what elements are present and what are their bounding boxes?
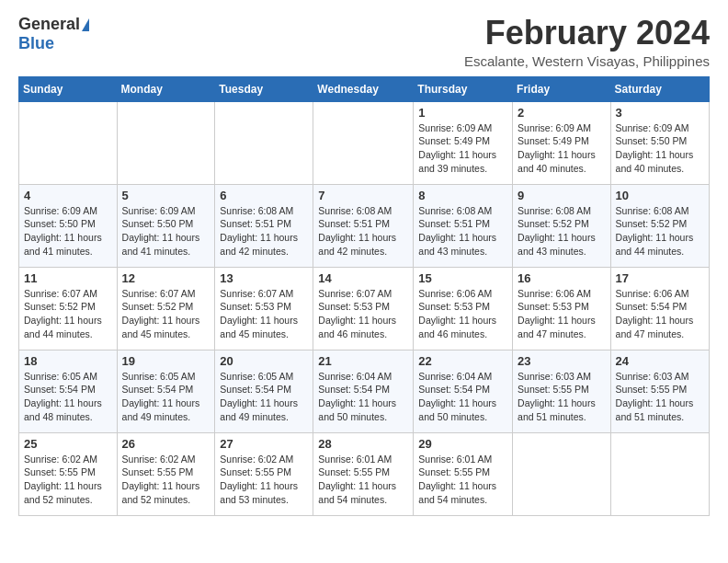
calendar-cell: 9Sunrise: 6:08 AMSunset: 5:52 PMDaylight…: [513, 184, 611, 267]
logo-blue: Blue: [18, 34, 54, 53]
day-number: 1: [418, 106, 507, 120]
calendar-cell: 20Sunrise: 6:05 AMSunset: 5:54 PMDayligh…: [215, 350, 313, 432]
day-info: Sunrise: 6:05 AMSunset: 5:54 PMDaylight:…: [220, 370, 308, 424]
calendar-week-row: 4Sunrise: 6:09 AMSunset: 5:50 PMDaylight…: [19, 184, 710, 267]
day-number: 22: [418, 354, 507, 368]
col-header-friday: Friday: [513, 76, 611, 101]
calendar-cell: 27Sunrise: 6:02 AMSunset: 5:55 PMDayligh…: [215, 432, 313, 515]
calendar-cell: 2Sunrise: 6:09 AMSunset: 5:49 PMDaylight…: [513, 101, 611, 184]
day-info: Sunrise: 6:07 AMSunset: 5:53 PMDaylight:…: [318, 287, 408, 341]
calendar-cell: 13Sunrise: 6:07 AMSunset: 5:53 PMDayligh…: [215, 267, 313, 350]
day-number: 11: [24, 271, 112, 285]
calendar-cell: [19, 101, 118, 184]
day-info: Sunrise: 6:04 AMSunset: 5:54 PMDaylight:…: [418, 370, 507, 424]
day-number: 2: [518, 106, 606, 120]
day-number: 12: [122, 271, 210, 285]
day-number: 9: [518, 189, 606, 202]
day-info: Sunrise: 6:07 AMSunset: 5:52 PMDaylight:…: [122, 287, 210, 341]
day-info: Sunrise: 6:02 AMSunset: 5:55 PMDaylight:…: [24, 453, 112, 507]
calendar-week-row: 18Sunrise: 6:05 AMSunset: 5:54 PMDayligh…: [19, 350, 710, 432]
calendar-cell: 11Sunrise: 6:07 AMSunset: 5:52 PMDayligh…: [19, 267, 118, 350]
day-number: 24: [616, 354, 704, 368]
day-number: 28: [318, 437, 408, 451]
day-number: 18: [24, 354, 112, 368]
col-header-wednesday: Wednesday: [313, 76, 414, 101]
day-info: Sunrise: 6:06 AMSunset: 5:53 PMDaylight:…: [418, 287, 507, 341]
day-info: Sunrise: 6:04 AMSunset: 5:54 PMDaylight:…: [318, 370, 408, 424]
day-info: Sunrise: 6:09 AMSunset: 5:50 PMDaylight:…: [24, 204, 112, 259]
calendar-cell: 6Sunrise: 6:08 AMSunset: 5:51 PMDaylight…: [215, 184, 313, 267]
day-info: Sunrise: 6:03 AMSunset: 5:55 PMDaylight:…: [616, 370, 704, 424]
day-info: Sunrise: 6:03 AMSunset: 5:55 PMDaylight:…: [518, 370, 606, 424]
calendar-cell: 8Sunrise: 6:08 AMSunset: 5:51 PMDaylight…: [414, 184, 513, 267]
day-info: Sunrise: 6:08 AMSunset: 5:51 PMDaylight:…: [418, 204, 507, 259]
day-info: Sunrise: 6:02 AMSunset: 5:55 PMDaylight:…: [122, 453, 210, 507]
day-info: Sunrise: 6:08 AMSunset: 5:51 PMDaylight:…: [318, 204, 408, 259]
calendar-cell: 18Sunrise: 6:05 AMSunset: 5:54 PMDayligh…: [19, 350, 118, 432]
calendar-cell: 26Sunrise: 6:02 AMSunset: 5:55 PMDayligh…: [117, 432, 215, 515]
col-header-tuesday: Tuesday: [215, 76, 313, 101]
calendar-cell: 24Sunrise: 6:03 AMSunset: 5:55 PMDayligh…: [610, 350, 709, 432]
calendar-table: SundayMondayTuesdayWednesdayThursdayFrid…: [18, 76, 710, 516]
calendar-cell: 4Sunrise: 6:09 AMSunset: 5:50 PMDaylight…: [19, 184, 118, 267]
day-number: 15: [418, 271, 507, 285]
day-number: 17: [616, 271, 704, 285]
calendar-cell: 25Sunrise: 6:02 AMSunset: 5:55 PMDayligh…: [19, 432, 118, 515]
day-number: 16: [518, 271, 606, 285]
day-info: Sunrise: 6:05 AMSunset: 5:54 PMDaylight:…: [24, 370, 112, 424]
day-number: 3: [616, 106, 704, 120]
day-info: Sunrise: 6:07 AMSunset: 5:53 PMDaylight:…: [220, 287, 308, 341]
col-header-sunday: Sunday: [19, 76, 118, 101]
day-number: 7: [318, 189, 408, 202]
day-info: Sunrise: 6:05 AMSunset: 5:54 PMDaylight:…: [122, 370, 210, 424]
day-number: 27: [220, 437, 308, 451]
calendar-cell: [513, 432, 611, 515]
day-number: 4: [24, 189, 112, 202]
calendar-cell: [215, 101, 313, 184]
logo: General Blue: [18, 15, 89, 53]
calendar-cell: 14Sunrise: 6:07 AMSunset: 5:53 PMDayligh…: [313, 267, 414, 350]
calendar-header-row: SundayMondayTuesdayWednesdayThursdayFrid…: [19, 76, 710, 101]
day-info: Sunrise: 6:08 AMSunset: 5:51 PMDaylight:…: [220, 204, 308, 259]
day-number: 8: [418, 189, 507, 202]
day-number: 10: [616, 189, 704, 202]
calendar-cell: 16Sunrise: 6:06 AMSunset: 5:53 PMDayligh…: [513, 267, 611, 350]
calendar-cell: 10Sunrise: 6:08 AMSunset: 5:52 PMDayligh…: [610, 184, 709, 267]
logo-triangle-icon: [82, 18, 89, 31]
day-number: 29: [418, 437, 507, 451]
day-info: Sunrise: 6:06 AMSunset: 5:54 PMDaylight:…: [616, 287, 704, 341]
col-header-monday: Monday: [117, 76, 215, 101]
day-info: Sunrise: 6:01 AMSunset: 5:55 PMDaylight:…: [418, 453, 507, 507]
logo-general: General: [18, 15, 80, 34]
location-title: Escalante, Western Visayas, Philippines: [464, 53, 710, 69]
header: General Blue February 2024 Escalante, We…: [18, 15, 710, 69]
calendar-cell: 17Sunrise: 6:06 AMSunset: 5:54 PMDayligh…: [610, 267, 709, 350]
col-header-saturday: Saturday: [610, 76, 709, 101]
calendar-cell: [313, 101, 414, 184]
calendar-cell: 29Sunrise: 6:01 AMSunset: 5:55 PMDayligh…: [414, 432, 513, 515]
day-number: 23: [518, 354, 606, 368]
day-info: Sunrise: 6:06 AMSunset: 5:53 PMDaylight:…: [518, 287, 606, 341]
day-info: Sunrise: 6:07 AMSunset: 5:52 PMDaylight:…: [24, 287, 112, 341]
calendar-cell: 21Sunrise: 6:04 AMSunset: 5:54 PMDayligh…: [313, 350, 414, 432]
day-info: Sunrise: 6:08 AMSunset: 5:52 PMDaylight:…: [616, 204, 704, 259]
calendar-cell: 7Sunrise: 6:08 AMSunset: 5:51 PMDaylight…: [313, 184, 414, 267]
day-info: Sunrise: 6:09 AMSunset: 5:50 PMDaylight:…: [616, 121, 704, 176]
day-number: 14: [318, 271, 408, 285]
day-number: 25: [24, 437, 112, 451]
calendar-week-row: 11Sunrise: 6:07 AMSunset: 5:52 PMDayligh…: [19, 267, 710, 350]
calendar-cell: 22Sunrise: 6:04 AMSunset: 5:54 PMDayligh…: [414, 350, 513, 432]
calendar-cell: 19Sunrise: 6:05 AMSunset: 5:54 PMDayligh…: [117, 350, 215, 432]
day-info: Sunrise: 6:09 AMSunset: 5:50 PMDaylight:…: [122, 204, 210, 259]
day-number: 6: [220, 189, 308, 202]
calendar-cell: 3Sunrise: 6:09 AMSunset: 5:50 PMDaylight…: [610, 101, 709, 184]
calendar-cell: 15Sunrise: 6:06 AMSunset: 5:53 PMDayligh…: [414, 267, 513, 350]
day-info: Sunrise: 6:01 AMSunset: 5:55 PMDaylight:…: [318, 453, 408, 507]
col-header-thursday: Thursday: [414, 76, 513, 101]
day-info: Sunrise: 6:08 AMSunset: 5:52 PMDaylight:…: [518, 204, 606, 259]
calendar-week-row: 25Sunrise: 6:02 AMSunset: 5:55 PMDayligh…: [19, 432, 710, 515]
day-number: 26: [122, 437, 210, 451]
day-number: 13: [220, 271, 308, 285]
day-info: Sunrise: 6:09 AMSunset: 5:49 PMDaylight:…: [518, 121, 606, 176]
calendar-cell: 23Sunrise: 6:03 AMSunset: 5:55 PMDayligh…: [513, 350, 611, 432]
